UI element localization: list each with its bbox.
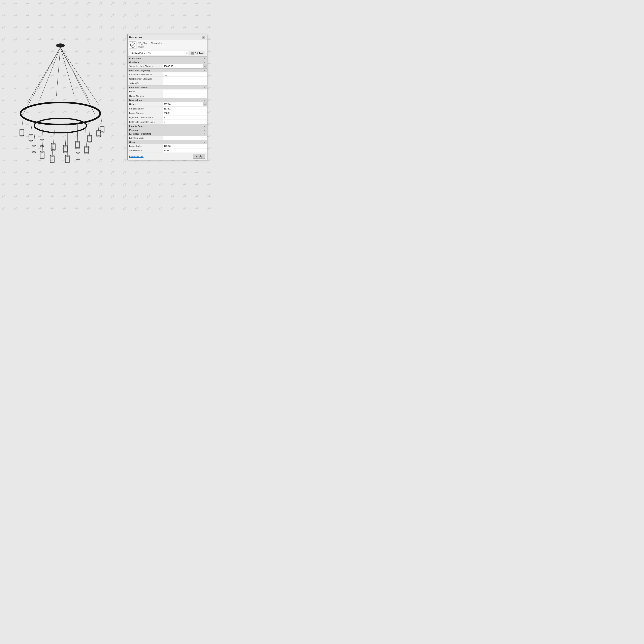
section-electrical-loads[interactable]: Electrical - Loads	[128, 86, 207, 89]
large-radius-value[interactable]: 129.30	[163, 144, 207, 148]
small-radius-value[interactable]: 81.75	[163, 149, 207, 153]
section-dimensions[interactable]: Dimensions	[128, 98, 207, 102]
electrical-data-value[interactable]	[163, 136, 207, 140]
electrical-lighting-toggle-icon	[204, 69, 205, 72]
prop-symbolic-lines-distance: Symbolic Lines Distance 10000.00 …	[128, 64, 207, 68]
type-info-row: RD_Church Chandelier Metal ▼	[128, 40, 207, 50]
svg-rect-32	[40, 140, 44, 146]
circuit-number-label: Circuit Number	[128, 94, 163, 98]
section-electrical-circuiting[interactable]: Electrical - Circuiting	[128, 132, 207, 136]
svg-rect-68	[85, 147, 89, 153]
svg-rect-62	[65, 156, 69, 162]
svg-point-10	[34, 118, 87, 133]
category-dropdown[interactable]: Lighting Fixtures (1)	[129, 51, 189, 55]
properties-help-link[interactable]: Properties help	[129, 155, 144, 158]
svg-rect-56	[40, 152, 44, 158]
height-btn[interactable]: …	[203, 102, 207, 106]
bulb-count-top-label: Light Bulb Count for Top ...	[128, 120, 163, 124]
prop-small-radius: Small Radius 81.75	[128, 148, 207, 153]
electrical-data-label: Electrical Data	[128, 136, 163, 139]
svg-line-25	[86, 128, 87, 147]
apply-button[interactable]: Apply	[193, 154, 205, 159]
electrical-circuiting-toggle-icon	[204, 133, 205, 135]
coeff-utilization-label: Coefficient of Utilization	[128, 77, 163, 81]
other-toggle-icon	[204, 141, 205, 143]
panel-titlebar: Properties ×	[128, 34, 207, 40]
large-diameter-label: Large Diameter	[128, 111, 163, 115]
symbolic-lines-distance-btn[interactable]: …	[203, 64, 207, 68]
svg-point-0	[56, 43, 65, 47]
prop-coeff-utilization: Coefficient of Utilization	[128, 77, 207, 81]
section-other[interactable]: Other	[128, 140, 207, 144]
svg-rect-44	[88, 136, 92, 142]
svg-line-20	[34, 128, 35, 146]
small-radius-label: Small Radius	[128, 149, 163, 152]
phasing-toggle-icon	[204, 129, 205, 131]
svg-point-9	[21, 102, 100, 125]
edit-type-button[interactable]: Edit Type	[190, 51, 205, 55]
chandelier-drawing	[8, 39, 113, 180]
calculate-coeff-label: Calculate Coefficient of U...	[128, 73, 163, 76]
bulb-count-top-value[interactable]: 9	[163, 120, 207, 124]
prop-bulb-count-bottom: Light Bulb Count for Bott... 6	[128, 115, 207, 120]
svg-line-21	[42, 131, 43, 152]
svg-line-1	[27, 47, 60, 103]
svg-rect-29	[29, 135, 33, 141]
section-identity-data[interactable]: Identity Data	[128, 124, 207, 128]
switch-id-value[interactable]	[163, 81, 207, 85]
type-dropdown-arrow-icon: ▼	[203, 44, 205, 46]
constraints-toggle-icon	[204, 57, 205, 60]
close-button[interactable]: ×	[202, 36, 205, 39]
svg-line-2	[40, 47, 60, 98]
height-label: Height	[128, 103, 163, 106]
symbolic-lines-distance-value[interactable]: 10000.00 …	[163, 64, 207, 68]
prop-large-radius: Large Radius 129.30	[128, 144, 207, 148]
prop-height: Height 267.00 …	[128, 102, 207, 106]
svg-line-11	[22, 118, 23, 130]
prop-circuit-number: Circuit Number	[128, 94, 207, 98]
svg-line-6	[60, 47, 99, 104]
section-phasing[interactable]: Phasing	[128, 128, 207, 132]
svg-line-14	[53, 124, 55, 144]
panel-footer: Properties help Apply	[128, 153, 207, 160]
calculate-coeff-value[interactable]	[163, 72, 207, 76]
drawing-area	[0, 0, 121, 219]
prop-switch-id: Switch ID	[128, 81, 207, 86]
small-diameter-value[interactable]: 163.51	[163, 107, 207, 111]
svg-rect-50	[100, 127, 104, 132]
svg-line-17	[89, 121, 90, 136]
section-constraints[interactable]: Constraints	[128, 56, 207, 60]
panel-label: Panel	[128, 90, 163, 93]
dimensions-toggle-icon	[204, 99, 205, 101]
bulb-count-bottom-value[interactable]: 6	[163, 116, 207, 120]
coeff-utilization-value[interactable]	[163, 77, 207, 81]
symbolic-lines-distance-label: Symbolic Lines Distance	[128, 65, 163, 68]
height-value[interactable]: 267.00 …	[163, 102, 207, 106]
large-diameter-value[interactable]: 258.61	[163, 111, 207, 115]
svg-line-4	[60, 47, 74, 96]
electrical-loads-toggle-icon	[204, 87, 205, 89]
panel-value[interactable]	[163, 90, 207, 94]
calculate-coeff-checkbox[interactable]	[165, 73, 167, 76]
svg-line-12	[31, 121, 32, 135]
section-graphics[interactable]: Graphics	[128, 60, 207, 64]
section-electrical-lighting[interactable]: Electrical - Lighting	[128, 68, 207, 72]
identity-data-toggle-icon	[204, 125, 205, 127]
prop-bulb-count-top: Light Bulb Count for Top ... 9	[128, 120, 207, 124]
circuit-number-value[interactable]	[163, 94, 207, 98]
bulb-count-bottom-label: Light Bulb Count for Bott...	[128, 116, 163, 119]
svg-rect-41	[75, 142, 79, 148]
svg-line-3	[56, 47, 60, 96]
graphics-toggle-icon	[204, 61, 205, 63]
svg-rect-59	[50, 156, 54, 162]
svg-rect-26	[20, 130, 24, 136]
type-icon	[129, 41, 136, 49]
svg-rect-35	[51, 144, 55, 150]
panel-title: Properties	[129, 36, 142, 39]
svg-line-8	[22, 47, 60, 116]
svg-line-24	[77, 131, 78, 153]
edit-type-icon	[191, 52, 194, 55]
type-name: RD_Church Chandelier Metal	[138, 42, 201, 49]
svg-line-5	[60, 47, 89, 99]
svg-line-19	[101, 114, 102, 127]
